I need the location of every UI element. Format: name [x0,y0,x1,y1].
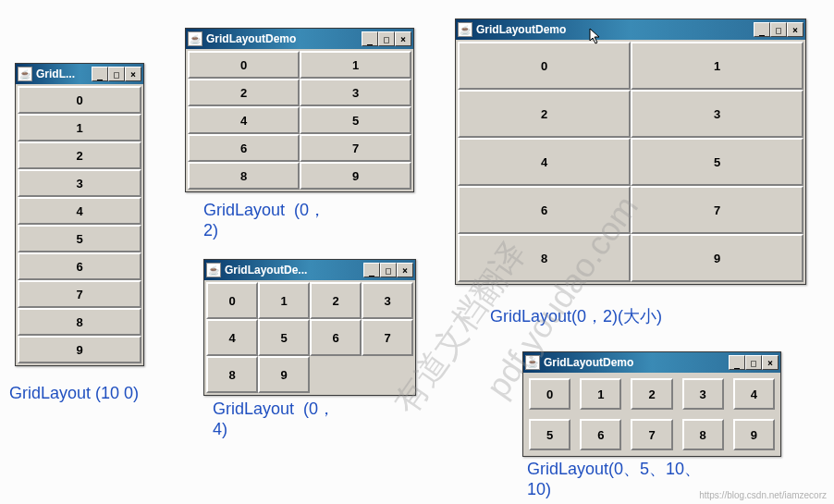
window-gridlayout-0-2-large: ☕ GridLayoutDemo _ □ × 0 1 2 3 4 5 6 7 8… [455,18,806,285]
grid-button-8[interactable]: 8 [18,308,141,336]
grid-button-5[interactable]: 5 [18,225,141,252]
grid: 0 1 2 3 4 5 6 7 8 9 [188,51,411,190]
grid-button-5[interactable]: 5 [631,138,803,186]
grid-button-0[interactable]: 0 [458,42,631,90]
titlebar[interactable]: ☕ GridLayoutDemo _ □ × [186,29,413,49]
window-title: GridLayoutDe... [225,264,360,277]
titlebar[interactable]: ☕ GridLayoutDe... _ □ × [204,260,415,280]
grid: 0 1 2 3 4 5 6 7 8 9 [206,282,413,393]
java-icon: ☕ [525,355,540,370]
grid-button-4[interactable]: 4 [188,106,300,134]
java-icon: ☕ [18,67,32,81]
grid-button-3[interactable]: 3 [18,169,141,197]
grid-button-4[interactable]: 4 [18,197,141,225]
grid-button-2[interactable]: 2 [18,141,141,169]
grid-button-0[interactable]: 0 [529,378,570,410]
java-icon: ☕ [188,31,202,46]
grid-button-0[interactable]: 0 [206,282,258,319]
titlebar[interactable]: ☕ GridLayoutDemo _ □ × [456,19,805,40]
grid-button-4[interactable]: 4 [733,378,775,410]
grid-button-0[interactable]: 0 [188,51,300,79]
close-button[interactable]: × [125,67,141,81]
minimize-button[interactable]: _ [754,22,770,37]
grid-button-2[interactable]: 2 [631,378,672,410]
grid-button-3[interactable]: 3 [362,282,413,319]
java-icon: ☕ [458,22,472,37]
grid-button-7[interactable]: 7 [300,134,411,162]
grid-button-3[interactable]: 3 [300,79,411,106]
caption-10-0: GridLayout (10 0) [9,384,139,403]
grid-button-2[interactable]: 2 [458,90,631,138]
grid-button-6[interactable]: 6 [458,186,631,234]
grid-button-1[interactable]: 1 [580,378,621,410]
titlebar[interactable]: ☕ GridLayoutDemo _ □ × [523,352,780,373]
grid-button-2[interactable]: 2 [310,282,362,319]
grid-button-4[interactable]: 4 [458,138,631,186]
grid-button-5[interactable]: 5 [300,106,411,134]
attribution: https://blog.csdn.net/iamzecorz [699,490,827,500]
empty-cell [310,356,362,393]
grid-button-1[interactable]: 1 [631,42,803,90]
window-title: GridLayoutDemo [206,32,358,45]
grid-button-9[interactable]: 9 [733,419,775,450]
minimize-button[interactable]: _ [729,355,745,370]
java-icon: ☕ [206,263,221,277]
grid-button-7[interactable]: 7 [631,419,672,450]
maximize-button[interactable]: □ [745,355,762,370]
grid-button-5[interactable]: 5 [529,419,570,450]
grid-button-6[interactable]: 6 [18,252,141,280]
grid-button-8[interactable]: 8 [206,356,258,393]
close-button[interactable]: × [395,31,411,46]
window-controls: _ □ × [729,355,779,370]
window-controls: _ □ × [92,67,141,81]
grid-button-9[interactable]: 9 [300,162,411,190]
grid-button-5[interactable]: 5 [258,319,310,356]
grid-button-2[interactable]: 2 [188,79,300,106]
minimize-button[interactable]: _ [362,31,378,46]
grid-button-6[interactable]: 6 [580,419,621,450]
grid-button-8[interactable]: 8 [188,162,300,190]
window-gridlayout-0-2: ☕ GridLayoutDemo _ □ × 0 1 2 3 4 5 6 7 8… [185,28,414,192]
grid-button-3[interactable]: 3 [682,378,724,410]
grid-button-7[interactable]: 7 [362,319,413,356]
grid-button-1[interactable]: 1 [18,114,141,141]
maximize-button[interactable]: □ [770,22,787,37]
window-controls: _ □ × [754,22,803,37]
grid-button-3[interactable]: 3 [631,90,803,138]
window-controls: _ □ × [363,263,413,277]
window-gridlayout-0-4: ☕ GridLayoutDe... _ □ × 0 1 2 3 4 5 6 7 … [203,259,416,396]
close-button[interactable]: × [397,263,413,277]
grid-button-9[interactable]: 9 [631,234,803,282]
grid-button-1[interactable]: 1 [300,51,411,79]
grid-button-1[interactable]: 1 [258,282,310,319]
maximize-button[interactable]: □ [378,31,395,46]
grid: 0 1 2 3 4 5 6 7 8 9 [529,378,775,450]
maximize-button[interactable]: □ [108,67,125,81]
grid-button-7[interactable]: 7 [18,280,141,308]
close-button[interactable]: × [762,355,779,370]
window-title: GridL... [36,68,88,80]
window-gridlayout-10-0: ☕ GridL... _ □ × 0 1 2 3 4 5 6 7 8 9 [15,63,144,366]
window-controls: _ □ × [362,31,411,46]
empty-cell [362,356,413,393]
caption-0-4: GridLayout (0， 4) [213,398,379,439]
grid-button-4[interactable]: 4 [206,319,258,356]
grid-button-7[interactable]: 7 [631,186,803,234]
grid-button-0[interactable]: 0 [18,86,141,114]
grid-button-6[interactable]: 6 [310,319,362,356]
grid: 0 1 2 3 4 5 6 7 8 9 [18,86,141,363]
titlebar[interactable]: ☕ GridL... _ □ × [16,64,143,84]
window-title: GridLayoutDemo [476,23,750,36]
caption-0-2-large: GridLayout(0，2)(大小) [490,305,662,327]
grid-button-6[interactable]: 6 [188,134,300,162]
grid-button-8[interactable]: 8 [458,234,631,282]
window-title: GridLayoutDemo [544,356,725,369]
grid-button-9[interactable]: 9 [258,356,310,393]
minimize-button[interactable]: _ [92,67,108,81]
maximize-button[interactable]: □ [380,263,397,277]
close-button[interactable]: × [787,22,803,37]
window-gridlayout-0-5-10-10: ☕ GridLayoutDemo _ □ × 0 1 2 3 4 5 6 7 8… [522,351,781,457]
grid-button-8[interactable]: 8 [682,419,724,450]
minimize-button[interactable]: _ [363,263,380,277]
grid-button-9[interactable]: 9 [18,336,141,363]
